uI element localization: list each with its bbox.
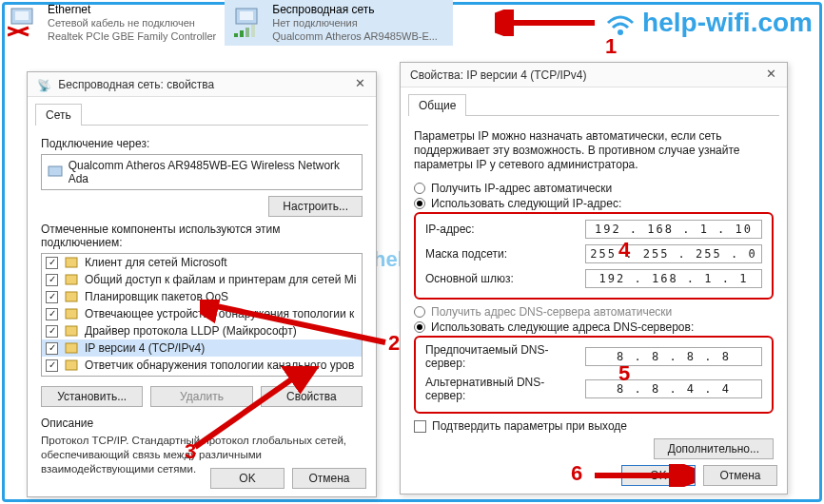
adapter-status: Сетевой кабель не подключен (48, 16, 216, 29)
annotation-number: 2 (388, 331, 400, 356)
configure-button[interactable]: Настроить... (268, 196, 363, 217)
annotation-number: 5 (618, 361, 630, 386)
adapter-device: Qualcomm Atheros AR9485WB-E... (272, 29, 438, 43)
adapter-device: Realtek PCIe GBE Family Controller (48, 29, 216, 43)
close-icon[interactable]: ✕ (760, 65, 781, 84)
list-item-label: Отвечающее устройство обнаружения тополо… (85, 307, 354, 320)
svg-rect-17 (66, 309, 77, 319)
ip-label: IP-адрес: (425, 223, 578, 236)
list-item[interactable]: ✓Планировщик пакетов QoS (42, 288, 362, 305)
dialog-title: Свойства: IP версии 4 (TCP/IPv4) ✕ (401, 63, 787, 87)
confirm-checkbox[interactable]: Подтвердить параметры при выходе (414, 419, 774, 433)
radio-auto-dns[interactable]: Получить адрес DNS-сервера автоматически (414, 305, 774, 319)
list-item[interactable]: ✓Отвечающее устройство обнаружения топол… (42, 305, 362, 322)
checkbox-icon[interactable]: ✓ (46, 308, 58, 320)
list-item-label: Ответчик обнаружения топологии канальног… (85, 359, 354, 372)
list-item[interactable]: ✓Драйвер протокола LLDP (Майкрософт) (42, 322, 362, 339)
component-icon (64, 323, 79, 339)
component-icon (64, 272, 79, 287)
adapter-name: Беспроводная сеть (272, 3, 438, 16)
svg-rect-20 (66, 360, 77, 370)
svg-rect-18 (66, 326, 77, 336)
adapter-status: Нет подключения (272, 16, 438, 29)
component-icon (64, 358, 79, 373)
components-listbox[interactable]: ✓Клиент для сетей Microsoft✓Общий доступ… (41, 253, 363, 377)
components-label: Отмеченные компоненты используются этим … (41, 223, 363, 249)
dns1-label: Предпочитаемый DNS-сервер: (425, 343, 578, 370)
svg-point-10 (618, 29, 623, 35)
watermark: help-wifi.com (604, 8, 813, 38)
svg-rect-19 (66, 343, 77, 353)
svg-rect-8 (245, 28, 249, 37)
info-paragraph: Параметры IP можно назначать автоматичес… (414, 129, 774, 172)
ip-input[interactable]: 192 . 168 . 1 . 10 (585, 220, 762, 239)
mask-input[interactable]: 255 . 255 . 255 . 0 (585, 244, 762, 263)
mask-label: Маска подсети: (425, 247, 578, 261)
tab-network[interactable]: Сеть (35, 104, 82, 126)
gateway-input[interactable]: 192 . 168 . 1 . 1 (585, 269, 762, 288)
close-icon[interactable]: ✕ (349, 74, 370, 93)
adapter-combo[interactable]: Qualcomm Atheros AR9485WB-EG Wireless Ne… (41, 154, 363, 190)
cancel-button[interactable]: Отмена (292, 468, 366, 489)
component-icon (64, 289, 79, 304)
svg-rect-7 (240, 30, 244, 37)
dns-group: Предпочитаемый DNS-сервер: 8 . 8 . 8 . 8… (414, 336, 774, 414)
radio-use-ip[interactable]: Использовать следующий IP-адрес: (414, 197, 774, 210)
remove-button[interactable]: Удалить (150, 386, 252, 407)
properties-button[interactable]: Свойства (261, 386, 363, 407)
adapter-wireless[interactable]: Беспроводная сеть Нет подключения Qualco… (225, 0, 453, 46)
dns2-input[interactable]: 8 . 8 . 4 . 4 (585, 379, 762, 398)
dns2-label: Альтернативный DNS-сервер: (425, 376, 578, 402)
ok-button[interactable]: OK (210, 468, 284, 489)
component-icon (64, 340, 79, 356)
adapter-name: Ethernet (48, 3, 216, 16)
tab-general[interactable]: Общие (408, 94, 466, 116)
svg-rect-5 (240, 11, 253, 20)
connect-via-label: Подключение через: (41, 137, 363, 150)
ipv4-properties-dialog: Свойства: IP версии 4 (TCP/IPv4) ✕ Общие… (400, 62, 788, 494)
list-item[interactable]: ✓IP версии 4 (TCP/IPv4) (42, 339, 362, 357)
list-item-label: Общий доступ к файлам и принтерам для се… (85, 273, 356, 286)
annotation-number: 1 (605, 34, 617, 59)
list-item[interactable]: ✓Клиент для сетей Microsoft (42, 254, 362, 271)
radio-use-dns[interactable]: Использовать следующие адреса DNS-сервер… (414, 320, 774, 334)
ip-group: IP-адрес: 192 . 168 . 1 . 10 Маска подсе… (414, 212, 774, 300)
list-item[interactable]: ✓Общий доступ к файлам и принтерам для с… (42, 271, 362, 288)
adapter-ethernet[interactable]: Ethernet Сетевой кабель не подключен Rea… (0, 0, 225, 46)
advanced-button[interactable]: Дополнительно... (654, 438, 774, 459)
list-item[interactable]: ✓Ответчик обнаружения топологии канально… (42, 357, 362, 374)
wireless-icon (232, 6, 266, 40)
list-item-label: Драйвер протокола LLDP (Майкрософт) (85, 324, 297, 338)
ok-button[interactable]: OK (621, 465, 696, 486)
component-icon (64, 255, 79, 270)
annotation-number: 3 (185, 439, 196, 464)
adapter-properties-dialog: 📡 Беспроводная сеть: свойства ✕ Сеть Под… (27, 71, 377, 497)
svg-rect-1 (15, 11, 29, 20)
list-item-label: Планировщик пакетов QoS (85, 290, 228, 303)
checkbox-icon[interactable]: ✓ (46, 274, 58, 286)
svg-rect-16 (66, 292, 77, 301)
checkbox-icon[interactable]: ✓ (46, 257, 58, 269)
radio-auto-ip[interactable]: Получить IP-адрес автоматически (414, 182, 774, 195)
dns1-input[interactable]: 8 . 8 . 8 . 8 (585, 347, 762, 366)
checkbox-icon[interactable]: ✓ (46, 342, 58, 355)
description-title: Описание (41, 417, 363, 430)
component-icon (64, 306, 79, 321)
checkbox-icon[interactable]: ✓ (46, 291, 58, 303)
svg-rect-6 (234, 33, 238, 37)
install-button[interactable]: Установить... (41, 386, 143, 407)
annotation-number: 4 (618, 238, 630, 262)
svg-rect-14 (66, 258, 77, 267)
dialog-title: 📡 Беспроводная сеть: свойства ✕ (28, 72, 376, 97)
svg-rect-9 (251, 25, 255, 37)
cancel-button[interactable]: Отмена (703, 465, 777, 486)
list-item-label: IP версии 4 (TCP/IPv4) (85, 341, 205, 355)
annotation-number: 6 (571, 461, 582, 486)
svg-rect-15 (66, 275, 77, 284)
checkbox-icon[interactable]: ✓ (46, 359, 58, 372)
checkbox-icon[interactable]: ✓ (46, 325, 58, 338)
svg-rect-13 (49, 166, 62, 176)
ethernet-icon (8, 6, 42, 40)
gateway-label: Основной шлюз: (425, 272, 578, 285)
list-item-label: Клиент для сетей Microsoft (85, 256, 227, 269)
